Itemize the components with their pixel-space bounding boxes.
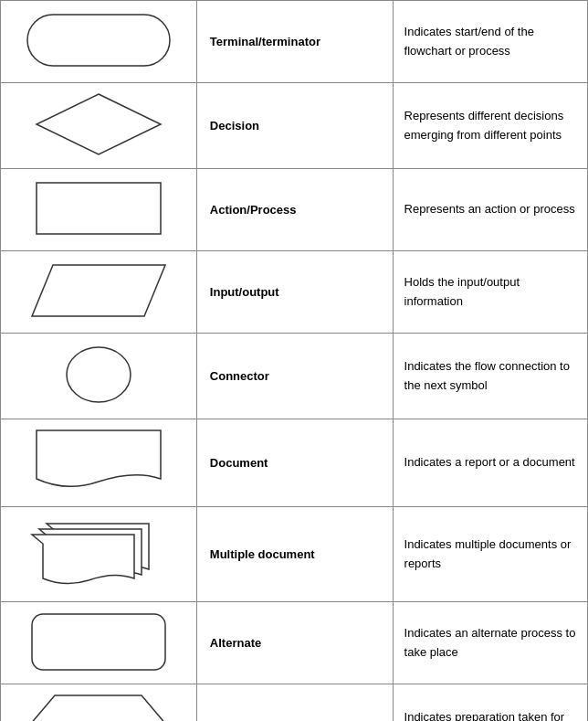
- table-row: Preparation Indicates preparation taken …: [1, 684, 588, 722]
- shape-name-multiple-document: Multiple document: [196, 507, 393, 602]
- shape-desc-alternate: Indicates an alternate process to take p…: [393, 602, 587, 684]
- shape-desc-terminal: Indicates start/end of the flowchart or …: [393, 1, 587, 83]
- shape-name-preparation: Preparation: [196, 684, 393, 722]
- svg-marker-6: [29, 695, 167, 721]
- table-row: Alternate Indicates an alternate process…: [1, 602, 588, 684]
- svg-marker-3: [32, 265, 165, 316]
- shape-connector: [1, 334, 197, 419]
- table-row: Action/Process Represents an action or p…: [1, 169, 588, 251]
- shape-input-output: [1, 251, 197, 334]
- table-row: Document Indicates a report or a documen…: [1, 419, 588, 507]
- shape-document: [1, 419, 197, 507]
- shape-desc-action: Represents an action or process: [393, 169, 587, 251]
- shape-desc-decision: Represents different decisions emerging …: [393, 83, 587, 169]
- svg-rect-5: [32, 614, 165, 670]
- shape-action: [1, 169, 197, 251]
- shape-name-action: Action/Process: [196, 169, 393, 251]
- shape-name-input-output: Input/output: [196, 251, 393, 334]
- table-row: Terminal/terminator Indicates start/end …: [1, 1, 588, 83]
- shape-multiple-document: [1, 507, 197, 602]
- svg-point-4: [67, 347, 131, 402]
- shape-name-decision: Decision: [196, 83, 393, 169]
- shape-desc-preparation: Indicates preparation taken for the foll…: [393, 684, 587, 722]
- shape-terminal: [1, 1, 197, 83]
- svg-rect-2: [37, 183, 161, 234]
- shape-desc-document: Indicates a report or a document: [393, 419, 587, 507]
- shape-desc-multiple-document: Indicates multiple documents or reports: [393, 507, 587, 602]
- table-row: Input/output Holds the input/output info…: [1, 251, 588, 334]
- table-row: Multiple document Indicates multiple doc…: [1, 507, 588, 602]
- svg-rect-0: [27, 15, 170, 66]
- shape-preparation: [1, 684, 197, 722]
- shape-alternate: [1, 602, 197, 684]
- shape-desc-input-output: Holds the input/output information: [393, 251, 587, 334]
- shape-desc-connector: Indicates the flow connection to the nex…: [393, 334, 587, 419]
- shape-name-connector: Connector: [196, 334, 393, 419]
- shape-decision: [1, 83, 197, 169]
- svg-marker-1: [37, 94, 161, 154]
- table-row: Decision Represents different decisions …: [1, 83, 588, 169]
- table-row: Connector Indicates the flow connection …: [1, 334, 588, 419]
- shape-name-terminal: Terminal/terminator: [196, 1, 393, 83]
- shape-name-alternate: Alternate: [196, 602, 393, 684]
- shape-name-document: Document: [196, 419, 393, 507]
